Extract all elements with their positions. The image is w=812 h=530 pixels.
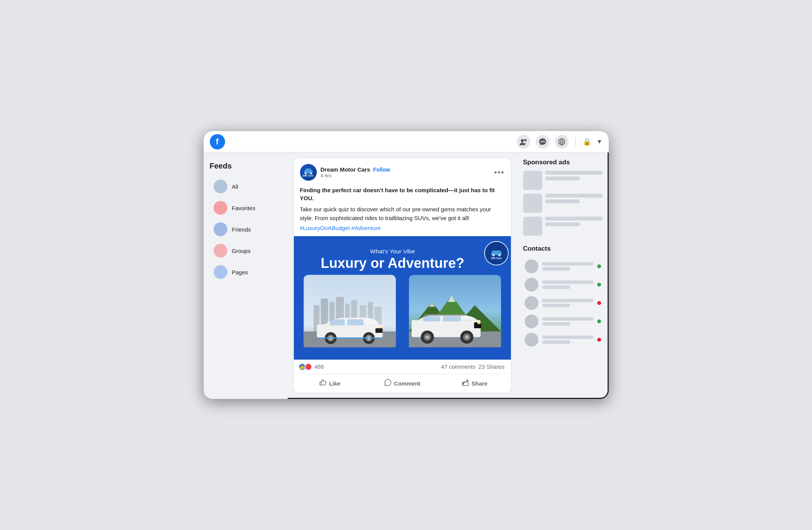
- contact-item-2[interactable]: [523, 276, 603, 294]
- more-options-button[interactable]: •••: [494, 169, 504, 176]
- navbar: f: [204, 131, 609, 152]
- sidebar-title: Feeds: [210, 162, 282, 170]
- sidebar-label-friends: Friends: [232, 226, 251, 233]
- svg-point-10: [492, 254, 494, 256]
- sidebar-item-all[interactable]: All: [210, 177, 282, 196]
- sidebar-item-groups[interactable]: Groups: [210, 241, 282, 261]
- post-headline: Finding the perfect car doesn't have to …: [300, 186, 505, 202]
- follow-button[interactable]: Follow: [373, 167, 390, 173]
- main-area: Feeds All Favorites Friends Groups Pages: [204, 152, 609, 399]
- svg-point-50: [426, 336, 429, 339]
- post-meta: Dream Motor Cars Follow 4 hrs: [321, 166, 390, 178]
- navbar-left: f: [210, 134, 225, 149]
- sidebar-dot-friends: [214, 222, 227, 236]
- sidebar-label-favorites: Favorites: [232, 205, 256, 211]
- svg-rect-55: [477, 322, 481, 324]
- contact-status-online-1: [597, 264, 601, 268]
- svg-point-1: [524, 139, 527, 141]
- svg-rect-35: [317, 337, 382, 339]
- reaction-count: 486: [314, 363, 324, 370]
- contact-line-short: [542, 304, 571, 307]
- contact-line: [542, 262, 593, 266]
- post-page-name-row: Dream Motor Cars Follow: [321, 166, 390, 173]
- contact-item-5[interactable]: [523, 331, 603, 349]
- contact-line: [542, 336, 593, 339]
- device-frame: f: [204, 131, 609, 399]
- svg-rect-27: [347, 319, 363, 325]
- contact-lines-1: [542, 262, 593, 271]
- svg-point-11: [498, 254, 500, 256]
- post-actions: Like Comment: [294, 374, 511, 393]
- ad-lines-2: [545, 194, 603, 203]
- stats-right: 47 comments 23 Shares: [441, 363, 504, 370]
- contact-avatar-2: [525, 278, 538, 292]
- post-header-left: DM Cars Dream Motor Cars Follow 4 hrs: [300, 164, 390, 181]
- sponsored-ads-title: Sponsored ads: [523, 159, 603, 166]
- globe-icon[interactable]: [555, 135, 569, 149]
- share-button-icon: [462, 379, 469, 388]
- messenger-icon[interactable]: [536, 135, 549, 149]
- friends-icon[interactable]: [517, 135, 530, 149]
- contact-item-3[interactable]: [523, 294, 603, 312]
- svg-point-0: [521, 139, 524, 142]
- contact-lines-3: [542, 299, 593, 307]
- ad-line: [545, 171, 603, 175]
- lock-icon[interactable]: 🔒: [583, 138, 591, 146]
- post-stats: 👍 ❤️ 486 47 comments 23 Shares: [294, 360, 511, 374]
- contact-status-offline-3: [597, 301, 601, 305]
- like-button-label: Like: [329, 380, 340, 387]
- ad-line-short: [545, 222, 580, 226]
- sidebar-dot-groups: [214, 244, 227, 258]
- sidebar-dot-all: [214, 180, 227, 193]
- post-hashtags[interactable]: #LuxuryOnABudget #Adventure: [300, 225, 381, 231]
- sidebar-item-favorites[interactable]: Favorites: [210, 198, 282, 218]
- comment-button-icon: [384, 379, 392, 388]
- ad-item-1: [523, 171, 603, 190]
- comment-button[interactable]: Comment: [366, 376, 438, 391]
- sidebar-dot-pages: [214, 265, 227, 279]
- contact-line: [542, 280, 593, 284]
- post-page-name[interactable]: Dream Motor Cars: [321, 166, 370, 173]
- like-button[interactable]: Like: [294, 376, 366, 391]
- ad-line: [545, 217, 603, 220]
- ad-image-2: [523, 194, 542, 213]
- sidebar-label-all: All: [232, 183, 238, 190]
- sidebar-label-groups: Groups: [232, 248, 251, 254]
- dropdown-arrow-icon[interactable]: ▼: [596, 138, 603, 145]
- contact-status-online-4: [597, 319, 601, 323]
- contact-line-short: [542, 267, 571, 271]
- svg-rect-36: [375, 328, 382, 333]
- contact-lines-5: [542, 336, 593, 344]
- svg-point-53: [465, 336, 468, 339]
- contact-avatar-4: [525, 314, 538, 328]
- contact-item-4[interactable]: [523, 312, 603, 331]
- svg-text:Luxury or Adventure?: Luxury or Adventure?: [321, 255, 464, 271]
- reactions-left: 👍 ❤️ 486: [300, 363, 324, 371]
- contact-line-short: [542, 322, 571, 326]
- ad-item-3: [523, 217, 603, 236]
- svg-rect-56: [425, 314, 464, 316]
- svg-rect-47: [442, 316, 460, 321]
- sidebar-item-pages[interactable]: Pages: [210, 262, 282, 282]
- page-avatar[interactable]: DM Cars: [300, 164, 317, 181]
- svg-text:DM Cars: DM Cars: [491, 257, 502, 260]
- left-sidebar: Feeds All Favorites Friends Groups Pages: [204, 152, 288, 399]
- right-sidebar: Sponsored ads: [517, 152, 609, 399]
- contact-avatar-5: [525, 333, 538, 347]
- comment-button-label: Comment: [394, 380, 420, 387]
- post-card: DM Cars Dream Motor Cars Follow 4 hrs ••…: [294, 159, 511, 392]
- sidebar-label-pages: Pages: [232, 269, 248, 276]
- ad-item-2: [523, 194, 603, 213]
- contact-item-1[interactable]: [523, 257, 603, 276]
- svg-text:What's Your Vibe: What's Your Vibe: [370, 248, 415, 254]
- share-button[interactable]: Share: [438, 376, 511, 391]
- contact-avatar-1: [525, 259, 538, 273]
- svg-rect-26: [330, 319, 345, 325]
- facebook-logo[interactable]: f: [210, 134, 225, 149]
- contact-status-online-2: [597, 283, 601, 287]
- comments-count[interactable]: 47 comments: [441, 363, 475, 370]
- shares-count[interactable]: 23 Shares: [478, 363, 504, 370]
- sidebar-item-friends[interactable]: Friends: [210, 219, 282, 239]
- share-button-label: Share: [472, 380, 488, 387]
- contact-line: [542, 299, 593, 302]
